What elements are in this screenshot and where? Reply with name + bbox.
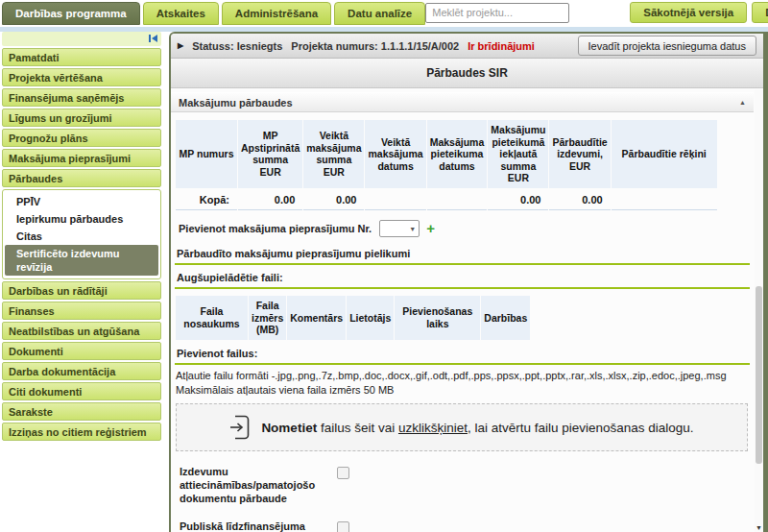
add-payment-request-label: Pievienot maksājuma pieprasījumu Nr. — [179, 223, 372, 234]
sidebar-header — [2, 32, 161, 46]
enter-project-application-data-button[interactable]: Ievadīt projekta iesnieguma datus — [578, 36, 757, 56]
column-header: Faila izmērs (MB) — [249, 296, 286, 340]
status-value: Iesniegts — [237, 40, 283, 52]
sidebar-item-parbaudes[interactable]: Pārbaudes — [2, 169, 161, 187]
topbar-right: Sākotnējā versija Dokumentācija — [425, 2, 768, 23]
column-header: MP Apstiprinātā summa EUR — [238, 120, 302, 188]
public-cofinancing-checkbox[interactable] — [337, 521, 349, 532]
status-bar: ▶ Statuss: Iesniegts Projekta numurs: 1.… — [171, 34, 763, 59]
total-value: 0.00 — [238, 189, 302, 210]
tab-datu-analize[interactable]: Datu analīze — [334, 2, 425, 25]
original-version-button[interactable]: Sākotnējā versija — [630, 2, 747, 23]
tab-administresana[interactable]: Administrēšana — [222, 2, 331, 25]
sidebar-item-sertificeto-izdevumu-revizija[interactable]: Sertificēto izdevumu revīzija — [5, 245, 158, 276]
check-row: Izdevumu attiecināmības/pamatojošo dokum… — [180, 466, 750, 505]
column-header: Darbības — [481, 296, 530, 340]
scrollbar-thumb[interactable] — [756, 286, 762, 464]
column-header: Maksājumu pieteikumā iekļautā summa EUR — [488, 120, 548, 188]
sidebar-item-finanses[interactable]: Finanses — [2, 302, 161, 320]
column-header: Lietotājs — [347, 296, 394, 340]
column-header: Pārbaudītie izdevumi, EUR — [549, 120, 610, 188]
uploaded-files-header: Augšupielādētie faili: — [175, 265, 750, 289]
sidebar-item-darbibas-un-raditaji[interactable]: Darbības un rādītāji — [2, 281, 161, 300]
column-header: Komentārs — [287, 296, 346, 340]
payments-total-row: Kopā: 0.00 0.00 0.00 0.00 — [176, 189, 717, 210]
sidebar-item-citas[interactable]: Citas — [5, 228, 158, 245]
vertical-scrollbar[interactable]: ▼ — [755, 89, 763, 532]
allowed-formats-text: Atļautie failu formāti -.jpg,.png,.7z,.b… — [175, 365, 750, 398]
sidebar-item-prognozu-plans[interactable]: Prognožu plāns — [2, 129, 161, 147]
sidebar-item-ppiv[interactable]: PPĪV — [5, 193, 158, 210]
sidebar-item-iepirkumu-parbaudes[interactable]: Iepirkumu pārbaudes — [5, 210, 158, 228]
column-header: Veiktā maksājuma datums — [365, 120, 425, 188]
project-number-text: Projekta numurs: 1.1.1.1/15/A/002 — [291, 40, 459, 52]
total-value: 0.00 — [488, 189, 548, 210]
sidebar: Pamatdati Projekta vērtēšana Finansējuma… — [2, 32, 161, 443]
add-payment-request-row: Pievienot maksājuma pieprasījumu Nr. ▼ + — [179, 220, 750, 237]
sidebar-item-izzinas-no-citiem-registriem[interactable]: Izziņas no citiem reģistriem — [2, 423, 161, 441]
column-header: Pievienošanas laiks — [395, 296, 480, 340]
warning-text: Ir brīdinājumi — [468, 40, 535, 52]
sidebar-item-projekta-vertesana[interactable]: Projekta vērtēšana — [2, 68, 161, 86]
search-input[interactable] — [425, 3, 569, 23]
open-file-dialog-link[interactable]: uzklikšķiniet — [398, 421, 468, 435]
public-cofinancing-check-label: Publiskā līdzfinansējuma apmaksas pārbau… — [180, 520, 325, 532]
payments-section-title: Maksājumu pārbaudes — [179, 97, 293, 109]
chevron-down-icon: ▼ — [409, 226, 416, 232]
top-navigation-bar: Darbības programma Atskaites Administrēš… — [0, 0, 768, 27]
add-files-header: Pievienot failus: — [175, 341, 750, 365]
total-value: 0.00 — [549, 189, 610, 210]
payments-table: MP numurs MP Apstiprinātā summa EUR Veik… — [175, 119, 718, 211]
main-tabs: Darbības programma Atskaites Administrēš… — [2, 2, 425, 25]
collapse-sidebar-icon[interactable] — [149, 35, 157, 42]
checked-payment-requests-attachments-header: Pārbaudīto maksājumu pieprasījumu pielik… — [175, 241, 750, 265]
column-header: Faila nosaukums — [176, 296, 248, 340]
collapse-section-icon[interactable]: ▲ — [739, 99, 746, 106]
dropzone-text: Nometiet failus šeit vai uzklikšķiniet, … — [261, 421, 693, 435]
total-value — [365, 189, 425, 210]
files-table-header-row: Faila nosaukums Faila izmērs (MB) Koment… — [176, 296, 530, 340]
total-value — [427, 189, 488, 210]
app-window: Darbības programma Atskaites Administrēš… — [0, 0, 768, 532]
sidebar-item-sarakste[interactable]: Sarakste — [2, 402, 161, 421]
total-value — [612, 189, 717, 210]
payments-table-header-row: MP numurs MP Apstiprinātā summa EUR Veik… — [176, 120, 717, 188]
column-header: Pārbaudītie rēķini — [612, 120, 717, 188]
total-value: 0.00 — [303, 189, 364, 210]
sidebar-item-pamatdati[interactable]: Pamatdati — [2, 48, 161, 66]
check-row: Publiskā līdzfinansējuma apmaksas pārbau… — [180, 520, 750, 532]
main-panel: ▶ Statuss: Iesniegts Projekta numurs: 1.… — [169, 32, 768, 532]
max-size-line: Maksimālais atļautais viena faila izmērs… — [176, 383, 750, 398]
documentation-button[interactable]: Dokumentācija — [752, 2, 768, 23]
drop-file-icon — [229, 415, 250, 440]
project-number-value: 1.1.1.1/15/A/002 — [381, 40, 459, 52]
tab-darbibas-programma[interactable]: Darbības programma — [2, 2, 140, 25]
expense-eligibility-check-label: Izdevumu attiecināmības/pamatojošo dokum… — [180, 466, 325, 505]
sidebar-item-ligums-un-grozijumi[interactable]: Līgums un grozījumi — [2, 109, 161, 127]
allowed-formats-line: Atļautie failu formāti -.jpg,.png,.7z,.b… — [176, 369, 750, 383]
sidebar-item-maksajuma-pieprasijumi[interactable]: Maksājuma pieprasījumi — [2, 149, 161, 167]
files-table: Faila nosaukums Faila izmērs (MB) Koment… — [175, 295, 531, 341]
page-title: Pārbaudes SIR — [171, 59, 763, 88]
sidebar-item-citi-dokumenti[interactable]: Citi dokumenti — [2, 382, 161, 400]
status-text: Statuss: Iesniegts — [192, 40, 282, 52]
sidebar-item-finansejuma-sanemejs[interactable]: Finansējuma saņēmējs — [2, 88, 161, 107]
sidebar-item-darba-dokumentacija[interactable]: Darba dokumentācija — [2, 362, 161, 380]
content-area: MP numurs MP Apstiprinātā summa EUR Veik… — [171, 112, 754, 532]
file-dropzone[interactable]: Nometiet failus šeit vai uzklikšķiniet, … — [176, 403, 748, 451]
total-label: Kopā: — [176, 189, 237, 210]
column-header: MP numurs — [176, 120, 237, 188]
payment-request-number-select[interactable]: ▼ — [379, 220, 420, 237]
expense-eligibility-checkbox[interactable] — [337, 467, 349, 479]
tab-atskaites[interactable]: Atskaites — [143, 2, 219, 25]
expand-status-icon[interactable]: ▶ — [178, 41, 183, 50]
sidebar-item-dokumenti[interactable]: Dokumenti — [2, 342, 161, 360]
sidebar-submenu-parbaudes: PPĪV Iepirkumu pārbaudes Citas Sertificē… — [2, 189, 161, 279]
add-icon[interactable]: + — [426, 222, 435, 235]
column-header: Maksājuma pieteikuma datums — [427, 120, 488, 188]
payments-section-header[interactable]: Maksājumu pārbaudes ▲ — [171, 92, 754, 112]
scroll-down-icon[interactable]: ▼ — [755, 524, 763, 531]
column-header: Veiktā maksājuma summa EUR — [303, 120, 364, 188]
sidebar-item-neatbilstibas-un-atgusana[interactable]: Neatbilstības un atgūšana — [2, 322, 161, 340]
